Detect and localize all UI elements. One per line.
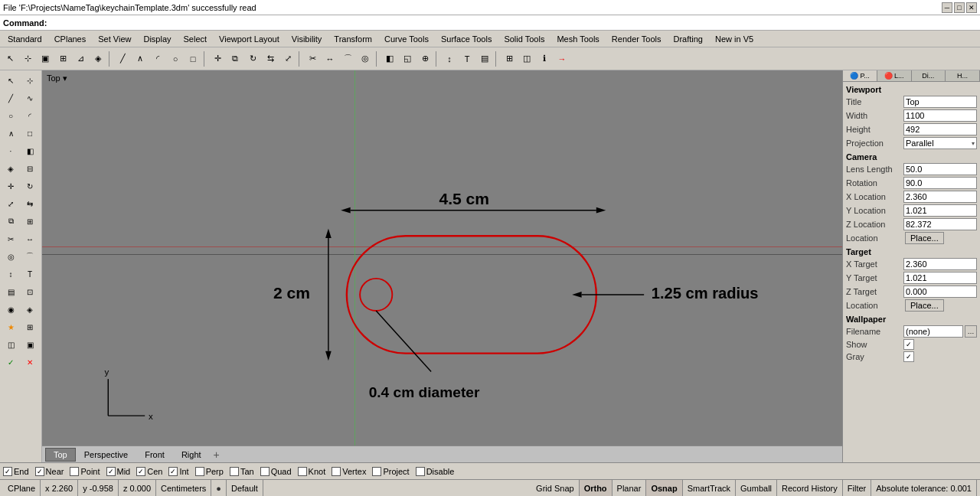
tb-copy[interactable]: ⧉ — [227, 51, 243, 67]
tb-select[interactable]: ↖ — [2, 51, 18, 67]
rp-gray-checkbox[interactable]: ✓ — [903, 351, 914, 362]
osnap-disable[interactable]: Disable — [416, 467, 455, 476]
vp-tab-right[interactable]: Right — [173, 448, 210, 462]
tb-props[interactable]: ℹ — [536, 51, 553, 67]
osnap-tan[interactable]: Tan — [230, 467, 254, 476]
tb-fillet[interactable]: ⌒ — [339, 51, 356, 67]
tb-offset[interactable]: ◎ — [357, 51, 374, 67]
lt-block[interactable]: ⊡ — [21, 283, 39, 300]
lt-rect[interactable]: □ — [21, 125, 39, 142]
tb-arrow[interactable]: → — [554, 51, 570, 67]
lt-copy[interactable]: ⧉ — [2, 213, 20, 230]
tb-snap[interactable]: ⊞ — [501, 51, 518, 67]
tb-move[interactable]: ✛ — [209, 51, 226, 67]
lt-select-window[interactable]: ⊹ — [21, 72, 39, 89]
tb-circle[interactable]: ○ — [167, 51, 184, 67]
osnap-mid[interactable]: Mid — [106, 467, 131, 476]
menu-transform[interactable]: Transform — [328, 33, 378, 45]
sb-smarttrack[interactable]: SmartTrack — [683, 480, 736, 496]
lt-select-arrow[interactable]: ↖ — [2, 72, 20, 89]
osnap-vertex[interactable]: Vertex — [332, 467, 366, 476]
tb-text[interactable]: T — [459, 51, 475, 67]
sb-record-history[interactable]: Record History — [777, 480, 843, 496]
rp-place-btn[interactable]: Place... — [905, 232, 944, 244]
osnap-int[interactable]: Int — [168, 467, 188, 476]
sb-osnap[interactable]: Osnap — [646, 480, 682, 496]
lt-fillet[interactable]: ⌒ — [21, 248, 39, 265]
lt-cancel[interactable]: ✕ — [21, 354, 39, 370]
menu-visibility[interactable]: Visibility — [286, 33, 328, 45]
lt-hatch[interactable]: ▤ — [2, 283, 20, 300]
menu-surface-tools[interactable]: Surface Tools — [435, 33, 498, 45]
lt-mesh[interactable]: ⊟ — [21, 160, 39, 177]
menu-cplanes[interactable]: CPlanes — [48, 33, 93, 45]
vp-tab-perspective[interactable]: Perspective — [76, 448, 136, 462]
tb-select2[interactable]: ⊹ — [19, 51, 36, 67]
lt-point[interactable]: · — [2, 142, 20, 159]
rp-tab-layers[interactable]: 🔴 L... — [877, 70, 912, 81]
tb-scale[interactable]: ⤢ — [279, 51, 296, 67]
vp-tab-front[interactable]: Front — [136, 448, 173, 462]
rp-tab-display[interactable]: Di... — [912, 70, 946, 81]
tb-polyline[interactable]: ∧ — [132, 51, 149, 67]
menu-display[interactable]: Display — [137, 33, 177, 45]
command-input[interactable] — [50, 18, 977, 28]
tb-lock[interactable]: ⊿ — [72, 51, 89, 67]
lt-text[interactable]: T — [21, 266, 39, 282]
lt-line[interactable]: ╱ — [2, 90, 20, 106]
close-btn[interactable]: ✕ — [966, 2, 977, 13]
lt-offset[interactable]: ◎ — [2, 248, 20, 265]
lt-layer[interactable]: ▣ — [21, 336, 39, 353]
osnap-point[interactable]: Point — [70, 467, 100, 476]
osnap-knot[interactable]: Knot — [298, 467, 326, 476]
lt-render2[interactable]: ◈ — [21, 301, 39, 318]
lt-curve[interactable]: ∿ — [21, 90, 39, 106]
lt-dim[interactable]: ↕ — [2, 266, 20, 282]
osnap-cen[interactable]: Cen — [136, 467, 162, 476]
osnap-quad[interactable]: Quad — [260, 467, 292, 476]
viewport-canvas[interactable]: Top ▾ 4.5 cm 2 cm — [42, 70, 842, 445]
lt-check[interactable]: ✓ — [2, 354, 20, 370]
osnap-project[interactable]: Project — [372, 467, 409, 476]
lt-extend[interactable]: ↔ — [21, 230, 39, 247]
lt-circle[interactable]: ○ — [2, 107, 20, 124]
tb-extrude[interactable]: ◱ — [399, 51, 416, 67]
rp-tab-help[interactable]: H... — [946, 70, 980, 81]
lt-array[interactable]: ⊞ — [21, 213, 39, 230]
menu-mesh-tools[interactable]: Mesh Tools — [550, 33, 605, 45]
rp-show-checkbox[interactable]: ✓ — [903, 339, 914, 350]
sb-grid-snap[interactable]: Grid Snap — [531, 480, 580, 496]
lt-rotate[interactable]: ↻ — [21, 178, 39, 194]
menu-curve-tools[interactable]: Curve Tools — [378, 33, 435, 45]
tb-arc[interactable]: ◜ — [149, 51, 166, 67]
tb-mirror[interactable]: ⇆ — [262, 51, 279, 67]
menu-solid-tools[interactable]: Solid Tools — [498, 33, 550, 45]
tb-boolean[interactable]: ⊕ — [416, 51, 433, 67]
lt-arc[interactable]: ◜ — [21, 107, 39, 124]
osnap-perp[interactable]: Perp — [195, 467, 224, 476]
tb-ungroup[interactable]: ⊞ — [54, 51, 71, 67]
minimize-btn[interactable]: ─ — [942, 2, 952, 13]
sb-filter[interactable]: Filter — [843, 480, 871, 496]
lt-mirror[interactable]: ⇆ — [21, 195, 39, 212]
menu-viewport-layout[interactable]: Viewport Layout — [213, 33, 286, 45]
osnap-near[interactable]: Near — [35, 467, 64, 476]
lt-polyline[interactable]: ∧ — [2, 125, 20, 142]
tb-surface[interactable]: ◧ — [381, 51, 398, 67]
lt-scale[interactable]: ⤢ — [2, 195, 20, 212]
menu-drafting[interactable]: Drafting — [667, 33, 709, 45]
tb-layer[interactable]: ◫ — [518, 51, 535, 67]
tb-line[interactable]: ╱ — [114, 51, 131, 67]
vp-tab-add[interactable]: + — [210, 448, 224, 462]
menu-render-tools[interactable]: Render Tools — [606, 33, 668, 45]
viewport-label[interactable]: Top ▾ — [47, 73, 67, 83]
lt-move[interactable]: ✛ — [2, 178, 20, 194]
rp-tab-properties[interactable]: 🔵 P... — [843, 70, 877, 81]
vp-tab-top[interactable]: Top — [45, 448, 76, 462]
sb-planar[interactable]: Planar — [612, 480, 647, 496]
menu-standard[interactable]: Standard — [2, 33, 48, 45]
lt-snap[interactable]: ◫ — [2, 336, 20, 353]
tb-trim[interactable]: ✂ — [304, 51, 321, 67]
tb-group[interactable]: ▣ — [37, 51, 54, 67]
lt-cplane[interactable]: ★ — [2, 318, 20, 335]
